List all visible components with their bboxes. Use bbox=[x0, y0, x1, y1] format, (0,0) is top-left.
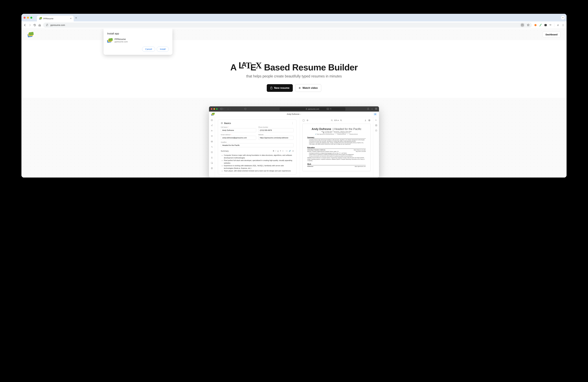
new-tab-button[interactable]: + bbox=[75, 16, 77, 20]
plus-icon: + bbox=[372, 108, 373, 110]
install-button[interactable]: Install bbox=[157, 46, 169, 52]
zoom-in-icon[interactable] bbox=[340, 119, 342, 121]
sidebar-work-icon[interactable] bbox=[211, 140, 213, 143]
list-item: Strong communication and teamwork skills… bbox=[309, 155, 366, 157]
svg-text:文A: 文A bbox=[327, 108, 329, 109]
install-app-domain: ppresume.com bbox=[115, 40, 128, 43]
headline-input[interactable] bbox=[221, 143, 294, 147]
underline-icon[interactable]: U bbox=[277, 150, 278, 152]
download-icon[interactable] bbox=[364, 119, 366, 121]
template-icon[interactable] bbox=[375, 129, 377, 132]
browser-menu-icon[interactable] bbox=[562, 23, 565, 26]
maximize-window-button[interactable] bbox=[30, 17, 32, 19]
hero-section: A LATEX Based Resume Builder that helps … bbox=[21, 40, 567, 98]
screenshot-url-text: ppresume.com bbox=[308, 108, 319, 110]
clipboard-icon bbox=[270, 87, 273, 89]
close-tab-icon[interactable]: × bbox=[70, 17, 71, 20]
svg-rect-57 bbox=[376, 125, 377, 126]
section-more-icon[interactable]: ⋮ bbox=[291, 122, 294, 124]
page-fit-icon[interactable] bbox=[303, 119, 305, 121]
layout-icon[interactable] bbox=[375, 124, 377, 126]
print-icon[interactable] bbox=[368, 119, 370, 121]
tab-title: PPResume bbox=[43, 18, 69, 20]
install-app-popup: Install app PPResume ppresume.com Cancel… bbox=[104, 29, 172, 55]
pan-icon[interactable] bbox=[306, 119, 309, 121]
bold-icon[interactable]: B bbox=[273, 150, 274, 152]
preview-links: 🔗 https://ppresume.com/andy.dufresne• in… bbox=[307, 134, 366, 135]
svg-rect-31 bbox=[211, 141, 212, 142]
page-content: Install app PPResume ppresume.com Cancel… bbox=[21, 29, 567, 178]
extension-icon-3[interactable]: f bbox=[544, 23, 547, 26]
svg-rect-17 bbox=[220, 108, 223, 110]
link-icon[interactable]: 🔗 bbox=[289, 150, 291, 152]
cancel-button[interactable]: Cancel bbox=[142, 46, 155, 52]
install-app-icon[interactable] bbox=[520, 23, 525, 27]
preview-name: Andy Dufresne | Headed for the Pacific bbox=[307, 127, 366, 131]
svg-rect-0 bbox=[46, 24, 47, 24]
sidebar-skills-icon[interactable] bbox=[211, 151, 213, 153]
forward-button[interactable] bbox=[28, 24, 31, 26]
full-name-input[interactable] bbox=[221, 128, 256, 132]
watch-video-label: Watch video bbox=[302, 86, 318, 90]
extension-icon-2[interactable] bbox=[539, 23, 542, 26]
italic-icon[interactable]: I bbox=[275, 150, 276, 152]
site-logo[interactable] bbox=[28, 32, 33, 37]
preview-contact: ☎ (213) 555-9876• ✉ andy.dufresne@ppresu… bbox=[307, 132, 366, 133]
sidebar-certificates-icon[interactable] bbox=[211, 162, 213, 164]
chevron-down-icon bbox=[300, 114, 301, 115]
bookmark-icon[interactable] bbox=[527, 23, 530, 26]
install-app-name: PPResume bbox=[115, 38, 128, 40]
list-item: Pixel perfect full stack web developer, … bbox=[224, 159, 294, 164]
svg-point-14 bbox=[563, 26, 563, 26]
reload-button[interactable] bbox=[33, 24, 36, 26]
address-bar[interactable]: ppresume.com bbox=[43, 22, 532, 28]
phone-input[interactable] bbox=[258, 128, 294, 132]
extension-icon-1[interactable] bbox=[534, 23, 537, 26]
sidebar-languages-icon[interactable]: 文A bbox=[211, 146, 213, 148]
browser-tab[interactable]: PPResume × bbox=[37, 16, 74, 21]
sidebar-basics-icon[interactable] bbox=[211, 119, 213, 121]
url-text: ppresume.com bbox=[50, 24, 65, 26]
list-item: Experience in working with databases (SQ… bbox=[224, 164, 294, 170]
site-settings-icon[interactable] bbox=[45, 23, 49, 26]
screenshot-right-sidebar: A bbox=[373, 117, 379, 178]
strike-icon[interactable]: T bbox=[280, 150, 281, 152]
basics-icon bbox=[221, 122, 223, 124]
sidebar-awards-icon[interactable] bbox=[211, 156, 213, 159]
sidebar-education-icon[interactable] bbox=[211, 135, 213, 137]
extensions-menu-icon[interactable] bbox=[549, 23, 552, 26]
svg-rect-15 bbox=[271, 87, 272, 89]
screenshot-titlebar: ‹› ppresume.com 文A + bbox=[209, 106, 379, 112]
back-button[interactable] bbox=[23, 24, 26, 26]
new-resume-button[interactable]: New resume bbox=[267, 84, 293, 92]
lock-icon bbox=[306, 108, 307, 110]
watch-video-button[interactable]: Watch video bbox=[295, 84, 321, 92]
basics-section-header: Basics ⋮ bbox=[221, 122, 294, 124]
minimize-window-button[interactable] bbox=[27, 17, 29, 19]
svg-point-13 bbox=[563, 25, 563, 25]
new-resume-label: New resume bbox=[274, 86, 289, 90]
extension-icon-4[interactable]: x bbox=[556, 23, 559, 26]
typography-icon[interactable]: A bbox=[375, 119, 377, 121]
tabs-dropdown-button[interactable] bbox=[561, 16, 565, 20]
preview-summary-title: Summary bbox=[307, 137, 366, 139]
website-label: Website bbox=[258, 134, 294, 136]
dashboard-button[interactable]: Dashboard bbox=[543, 32, 560, 38]
list-item: Experience in working with databases (SQ… bbox=[309, 142, 366, 143]
website-input[interactable] bbox=[258, 136, 294, 140]
unlink-icon[interactable]: ⊘ bbox=[292, 150, 294, 152]
sidebar-profiles-icon[interactable] bbox=[211, 130, 213, 132]
zoom-value[interactable]: 92% ▾ bbox=[334, 119, 339, 121]
svg-text:A: A bbox=[212, 147, 213, 148]
align-icon[interactable]: ≡ bbox=[282, 150, 283, 152]
preview-work-title: Work bbox=[307, 163, 366, 165]
home-button[interactable] bbox=[38, 24, 41, 26]
list-icon[interactable]: ⋮≡ bbox=[285, 150, 287, 152]
sidebar-publications-icon[interactable] bbox=[211, 167, 213, 169]
zoom-out-icon[interactable] bbox=[331, 119, 333, 121]
close-window-button[interactable] bbox=[23, 17, 26, 19]
email-input[interactable] bbox=[221, 136, 256, 140]
summary-bullet-list[interactable]: Computer Science major with strong found… bbox=[221, 153, 294, 172]
screenshot-preview-panel: 92% ▾ Andy Dufresne | Headed for the Pac… bbox=[300, 117, 373, 178]
sidebar-location-icon[interactable] bbox=[211, 124, 213, 127]
